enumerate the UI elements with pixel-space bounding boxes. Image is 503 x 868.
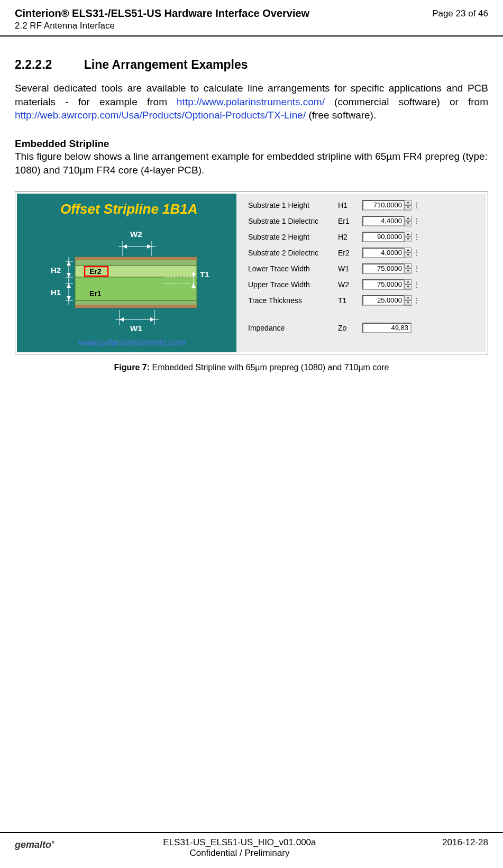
svg-marker-23: [67, 273, 71, 277]
page-header: Cinterion® ELS31-/ELS51-US Hardware Inte…: [0, 0, 503, 36]
dots-icon: ⋮: [413, 296, 420, 305]
param-row: Substrate 2 Dielectric Er2 4,0000 ▲▼ ⋮: [248, 246, 480, 259]
spinner-down-icon[interactable]: ▼: [405, 221, 411, 226]
polar-link[interactable]: http://www.polarinstruments.com/: [177, 96, 325, 107]
spinner-up-icon[interactable]: ▲: [405, 295, 411, 300]
param-label: Substrate 1 Dielectric: [248, 217, 338, 225]
spinner[interactable]: ▲▼: [405, 295, 412, 306]
page-number: Page 23 of 46: [432, 8, 488, 19]
param-input[interactable]: 4,4000: [362, 216, 405, 226]
spinner-up-icon[interactable]: ▲: [405, 248, 411, 253]
dots-icon: ⋮: [413, 249, 420, 257]
caption-prefix: Figure 7:: [114, 363, 152, 372]
spinner-up-icon[interactable]: ▲: [405, 263, 411, 269]
param-row: Substrate 2 Height H2 90,0000 ▲▼ ⋮: [248, 231, 480, 243]
dots-icon: ⋮: [413, 264, 420, 273]
spinner[interactable]: ▲▼: [405, 279, 412, 290]
paragraph-embedded: This figure below shows a line arrangeme…: [15, 150, 488, 177]
param-symbol: W2: [338, 280, 362, 289]
dots-icon: ⋮: [413, 201, 420, 209]
param-symbol: Er2: [338, 249, 362, 257]
param-label: Substrate 2 Dielectric: [248, 249, 338, 257]
param-label: Trace Thickness: [248, 296, 338, 305]
label-w2: W2: [130, 230, 142, 239]
diagram-source-url: www.polarinstruments.com: [78, 337, 186, 348]
param-symbol: Er1: [338, 217, 362, 225]
svg-rect-7: [75, 305, 197, 308]
param-label: Substrate 2 Height: [248, 233, 338, 241]
footer-center: ELS31-US_ELS51-US_HIO_v01.000a Confident…: [54, 837, 425, 858]
page-content: 2.2.2.2 Line Arrangement Examples Severa…: [0, 36, 503, 372]
svg-rect-1: [75, 257, 197, 260]
spinner-down-icon[interactable]: ▼: [405, 253, 411, 258]
param-row: Lower Trace Width W1 75,0000 ▲▼ ⋮: [248, 262, 480, 275]
label-er1: Er1: [89, 289, 102, 298]
logo-text: gemalto: [15, 839, 51, 850]
svg-marker-27: [67, 284, 71, 288]
param-row: Substrate 1 Dielectric Er1 4,4000 ▲▼ ⋮: [248, 215, 480, 227]
spinner-up-icon[interactable]: ▲: [405, 279, 411, 285]
spinner[interactable]: ▲▼: [405, 248, 412, 258]
spinner-down-icon[interactable]: ▼: [405, 237, 411, 242]
para1-b: (commercial software) or from: [325, 96, 488, 107]
svg-marker-17: [120, 317, 124, 322]
spinner-up-icon[interactable]: ▲: [405, 232, 411, 237]
label-h2: H2: [51, 266, 61, 275]
param-row: Upper Trace Width W2 75,0000 ▲▼ ⋮: [248, 278, 480, 291]
impedance-row: Impedance Zo 49,83: [248, 322, 480, 334]
spinner[interactable]: ▲▼: [405, 263, 412, 274]
footer-doc-id: ELS31-US_ELS51-US_HIO_v01.000a: [54, 837, 425, 848]
param-label: Substrate 1 Height: [248, 201, 338, 209]
section-heading: 2.2.2.2 Line Arrangement Examples: [15, 58, 488, 72]
spinner-down-icon[interactable]: ▼: [405, 300, 411, 306]
spinner-up-icon[interactable]: ▲: [405, 200, 411, 205]
doc-title: Cinterion® ELS31-/ELS51-US Hardware Inte…: [15, 7, 309, 20]
impedance-output: 49,83: [362, 323, 411, 333]
spinner-up-icon[interactable]: ▲: [405, 216, 411, 221]
impedance-label: Impedance: [248, 324, 338, 332]
spinner[interactable]: ▲▼: [405, 232, 412, 242]
figure-row: Offset Stripline 1B1A: [17, 194, 486, 352]
subheading-embedded: Embedded Stripline: [15, 138, 488, 150]
spinner[interactable]: ▲▼: [405, 200, 412, 211]
dots-icon: ⋮: [413, 280, 420, 289]
footer-grid: gemalto× ELS31-US_ELS51-US_HIO_v01.000a …: [15, 837, 488, 858]
dots-icon: ⋮: [413, 217, 420, 225]
param-input[interactable]: 90,0000: [362, 232, 405, 242]
figure-diagram: Offset Stripline 1B1A: [17, 194, 236, 352]
svg-marker-12: [123, 244, 127, 249]
param-symbol: T1: [338, 296, 362, 305]
spinner-down-icon[interactable]: ▼: [405, 205, 411, 211]
param-input[interactable]: 75,0000: [362, 263, 405, 274]
spinner-down-icon[interactable]: ▼: [405, 269, 411, 274]
label-w1: W1: [130, 324, 142, 333]
section-title: Line Arrangement Examples: [84, 58, 248, 72]
svg-marker-13: [147, 244, 151, 249]
param-input[interactable]: 25,0000: [362, 295, 405, 306]
svg-marker-18: [150, 317, 154, 322]
impedance-symbol: Zo: [338, 324, 362, 332]
page-footer: gemalto× ELS31-US_ELS51-US_HIO_v01.000a …: [0, 832, 503, 858]
label-h1: H1: [51, 288, 61, 297]
footer-date: 2016-12-28: [425, 837, 488, 848]
paragraph-intro: Several dedicated tools are available to…: [15, 81, 488, 122]
awr-link[interactable]: http://web.awrcorp.com/Usa/Products/Opti…: [15, 109, 306, 121]
footer-confidentiality: Confidential / Preliminary: [54, 848, 425, 858]
param-symbol: W1: [338, 264, 362, 273]
param-input[interactable]: 4,0000: [362, 248, 405, 258]
section-number: 2.2.2.2: [15, 58, 52, 72]
label-er2: Er2: [89, 267, 102, 276]
doc-subsection: 2.2 RF Antenna Interface: [15, 21, 309, 31]
param-input[interactable]: 710,0000: [362, 200, 405, 211]
param-label: Lower Trace Width: [248, 264, 338, 273]
stripline-svg: Er2 Er1 W2 W1: [17, 194, 236, 352]
spinner-down-icon[interactable]: ▼: [405, 285, 411, 290]
gemalto-logo: gemalto×: [15, 837, 54, 851]
caption-text: Embedded Stripline with 65µm prepreg (10…: [152, 363, 389, 372]
spinner[interactable]: ▲▼: [405, 216, 412, 226]
figure-params-panel: Substrate 1 Height H1 710,0000 ▲▼ ⋮ Subs…: [236, 194, 486, 352]
figure-caption: Figure 7: Embedded Stripline with 65µm p…: [15, 363, 488, 372]
param-input[interactable]: 75,0000: [362, 279, 405, 290]
svg-marker-22: [67, 261, 71, 266]
param-symbol: H1: [338, 201, 362, 209]
